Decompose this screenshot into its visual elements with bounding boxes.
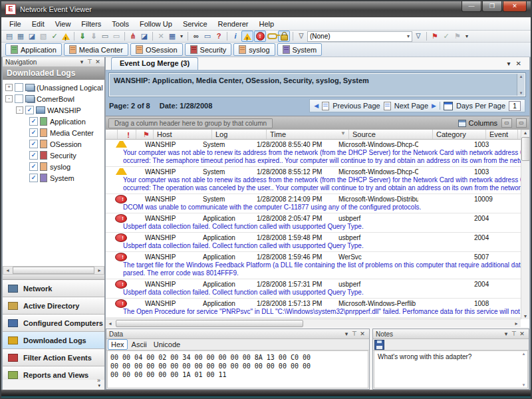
help-icon[interactable]: ? (213, 31, 224, 41)
lock-icon[interactable] (278, 31, 290, 42)
table-row[interactable]: !WANSHIPApplication1/28/2008 1:59:48 PMu… (106, 233, 521, 252)
menu-renderer[interactable]: Renderer (213, 19, 254, 29)
tree-item-syslog[interactable]: ✓ syslog (3, 161, 104, 172)
previous-page-button[interactable]: Previous Page (332, 102, 380, 110)
category-column-header[interactable]: Category (433, 130, 486, 139)
collapse-icon[interactable]: - (16, 106, 23, 114)
alerts-icon[interactable]: ! (61, 31, 71, 41)
days-per-page-input[interactable] (509, 101, 521, 111)
collapse-panel-icon[interactable]: ▭ (501, 118, 512, 128)
checkbox-unassigned[interactable] (15, 83, 23, 92)
import-log-icon[interactable]: ◪ (139, 31, 150, 41)
log-column-header[interactable]: Log (212, 130, 267, 139)
table-row[interactable]: !WANSHIPApplication1/28/2008 1:57:13 PMM… (106, 299, 521, 318)
menu-follow-up[interactable]: Follow Up (134, 19, 178, 29)
host-column-header[interactable]: Host (154, 130, 212, 139)
tree-item-system[interactable]: ✓ System (3, 172, 104, 184)
download-selected-icon[interactable]: ⇓ (88, 31, 99, 41)
tab-system[interactable]: System (277, 43, 323, 56)
save-note-icon[interactable] (374, 340, 384, 350)
toolbar-overflow2-icon[interactable]: ▾ (464, 31, 470, 41)
sidebar-item-downloaded-logs[interactable]: Downloaded Logs (3, 332, 104, 349)
warnings-filter-icon[interactable]: ! (241, 31, 253, 42)
previous-page-icon[interactable] (322, 102, 329, 110)
checkbox-security[interactable]: ✓ (29, 151, 38, 160)
menu-view[interactable]: View (50, 19, 76, 29)
checkbox-application[interactable]: ✓ (29, 117, 38, 126)
scroll-down-icon[interactable]: ▾ (520, 90, 523, 96)
scroll-up-icon[interactable]: ▴ (523, 351, 525, 356)
notes-close-icon[interactable]: ✕ (518, 331, 526, 337)
next-page-icon[interactable] (384, 102, 391, 110)
download-logs-icon[interactable]: ⇓ (77, 31, 88, 41)
filter-select[interactable]: (None) ▾ (307, 31, 412, 42)
tree-item-osession[interactable]: ✓ OSession (3, 138, 104, 150)
copy-results-icon[interactable]: ▭ (202, 31, 213, 41)
first-page-icon[interactable]: ◀ (314, 102, 319, 109)
confirm-check-icon[interactable]: ✓ (441, 31, 452, 41)
data-pin-icon[interactable]: ⊤ (350, 331, 358, 337)
source-column-header[interactable]: Source (349, 130, 433, 139)
table-row[interactable]: !WANSHIPSystem1/28/2008 8:55:12 PMMicros… (106, 167, 521, 194)
event-column-header[interactable]: Event (486, 130, 518, 139)
minimize-button[interactable]: — (462, 1, 481, 12)
more-buttons-icon[interactable]: » (97, 378, 100, 383)
time-column-header[interactable]: Time▼ (267, 130, 349, 139)
scrollbar-thumb[interactable] (116, 320, 303, 327)
footer-dropdown-icon[interactable]: ▾ (98, 383, 100, 388)
sidebar-item-configured-computers[interactable]: Configured Computers (3, 315, 104, 332)
scroll-right-icon[interactable]: ▸ (512, 321, 521, 327)
note-text[interactable]: What's wrong with this adapter? (374, 351, 527, 362)
toolbar-overflow-icon[interactable]: ▾ (178, 31, 185, 41)
notes-pin-icon[interactable]: ⊤ (510, 331, 518, 337)
grid-horizontal-scrollbar[interactable]: ◂ ▸ (106, 319, 521, 327)
table-row[interactable]: !WANSHIPSystem1/28/2008 2:14:09 PMMicros… (106, 194, 521, 213)
scroll-right-icon[interactable]: ▸ (95, 267, 104, 273)
tab-event-log-merge[interactable]: Event Log Merge (3) (111, 57, 198, 70)
maximize-button[interactable]: ❐ (482, 1, 502, 12)
edit-computer-icon[interactable]: ◪ (27, 31, 37, 41)
title-bar[interactable]: E Network Event Viewer — ❐ ✕ (1, 1, 531, 17)
close-button[interactable]: ✕ (503, 1, 527, 12)
checkbox-wanship[interactable]: ✓ (25, 106, 34, 114)
nav-close-icon[interactable]: ✕ (94, 59, 102, 65)
nav-dropdown-icon[interactable]: ▾ (78, 59, 86, 65)
apply-filter-icon[interactable]: ∇ (413, 31, 424, 41)
tree-item-wanship[interactable]: - ✓ WANSHIP (3, 104, 104, 116)
duplicate-icon[interactable]: ▭ (111, 31, 122, 41)
tab-application[interactable]: Application (5, 43, 62, 56)
scroll-down-icon[interactable]: ▾ (524, 313, 527, 319)
sidebar-item-network[interactable]: Network (3, 280, 104, 297)
columns-button[interactable]: Columns (458, 119, 497, 127)
checkbox-system[interactable]: ✓ (29, 174, 38, 182)
table-row[interactable]: !WANSHIPApplication1/28/2008 1:59:46 PMW… (106, 252, 521, 279)
notes-dropdown-icon[interactable]: ▾ (502, 331, 510, 337)
expand-panel-icon[interactable]: ▭ (516, 118, 527, 128)
copy-icon[interactable]: ▭ (100, 31, 110, 41)
tree-item-application[interactable]: ✓ Application (3, 116, 104, 127)
next-page-button[interactable]: Next Page (394, 102, 428, 110)
delete-icon[interactable]: ✕ (156, 31, 166, 41)
table-row[interactable]: !WANSHIPSystem1/28/2008 8:55:40 PMMicros… (106, 140, 521, 167)
sidebar-item-filter-action-events[interactable]: Filter Action Events (3, 349, 104, 366)
doc-close-icon[interactable]: ✕ (513, 58, 524, 70)
scroll-down-icon[interactable]: ▾ (523, 382, 525, 388)
edit-check-icon[interactable]: ✓ (49, 31, 60, 41)
errors-filter-icon[interactable]: ! (254, 31, 266, 42)
data-dropdown-icon[interactable]: ▾ (342, 331, 350, 337)
flag-gray-icon[interactable]: ⚑ (452, 31, 463, 41)
tab-unicode[interactable]: Unicode (151, 340, 183, 349)
scroll-up-icon[interactable]: ▴ (520, 74, 523, 79)
scroll-left-icon[interactable]: ◂ (106, 321, 114, 327)
tab-ascii[interactable]: Ascii (129, 340, 150, 349)
notes-scrollbar[interactable]: ▴ ▾ (520, 351, 527, 388)
checkbox-osession[interactable]: ✓ (29, 140, 38, 148)
export-database-icon[interactable]: ▦ (167, 31, 178, 41)
menu-file[interactable]: File (4, 19, 27, 29)
checkbox-media-center[interactable]: ✓ (29, 128, 38, 137)
tab-media-center[interactable]: Media Center (64, 43, 128, 56)
properties-icon[interactable]: ▧ (38, 31, 49, 41)
menu-tools[interactable]: Tools (106, 19, 134, 29)
key-icon[interactable] (267, 31, 277, 41)
scroll-left-icon[interactable]: ◂ (3, 267, 12, 273)
